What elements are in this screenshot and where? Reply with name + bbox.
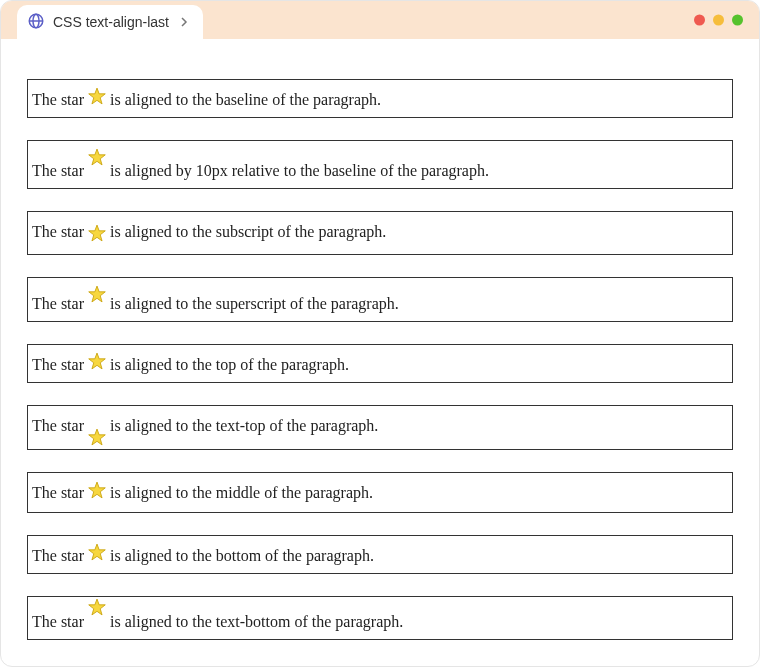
star-icon bbox=[88, 86, 106, 113]
example-text-prefix: The star bbox=[32, 613, 88, 630]
example-paragraph: The star is aligned to the text-bottom o… bbox=[27, 596, 733, 640]
svg-marker-7 bbox=[89, 353, 106, 369]
example-paragraph: The star is aligned to the bottom of the… bbox=[27, 535, 733, 574]
svg-marker-4 bbox=[89, 149, 106, 165]
example-text-suffix: is aligned to the baseline of the paragr… bbox=[106, 91, 381, 108]
example-paragraph: The star is aligned to the top of the pa… bbox=[27, 344, 733, 383]
svg-marker-9 bbox=[89, 482, 106, 498]
example-paragraph: The star is aligned to the middle of the… bbox=[27, 472, 733, 513]
example-text-suffix: is aligned to the top of the paragraph. bbox=[106, 356, 349, 373]
example-text-prefix: The star bbox=[32, 547, 88, 564]
example-text-suffix: is aligned to the superscript of the par… bbox=[106, 295, 399, 312]
svg-marker-3 bbox=[89, 88, 106, 104]
example-text-prefix: The star bbox=[32, 223, 88, 240]
globe-icon bbox=[27, 12, 45, 33]
star-icon bbox=[88, 542, 106, 569]
star-icon bbox=[88, 480, 106, 507]
star-icon bbox=[88, 597, 106, 624]
example-text-suffix: is aligned to the bottom of the paragrap… bbox=[106, 547, 374, 564]
close-icon[interactable] bbox=[694, 15, 705, 26]
star-icon bbox=[88, 284, 106, 311]
tab-title: CSS text-align-last bbox=[53, 14, 169, 30]
example-text-prefix: The star bbox=[32, 417, 88, 434]
example-text-suffix: is aligned to the text-top of the paragr… bbox=[106, 417, 378, 434]
example-text-suffix: is aligned to the middle of the paragrap… bbox=[106, 484, 373, 501]
browser-tab[interactable]: CSS text-align-last bbox=[17, 5, 203, 39]
window-controls bbox=[694, 15, 743, 26]
example-text-suffix: is aligned to the text-bottom of the par… bbox=[106, 613, 403, 630]
example-paragraph: The star is aligned to the baseline of t… bbox=[27, 79, 733, 118]
example-paragraph: The star is aligned to the text-top of t… bbox=[27, 405, 733, 449]
example-paragraph: The star is aligned to the superscript o… bbox=[27, 277, 733, 323]
example-text-suffix: is aligned to the subscript of the parag… bbox=[106, 223, 386, 240]
svg-marker-5 bbox=[89, 225, 106, 241]
svg-marker-6 bbox=[89, 286, 106, 302]
example-text-prefix: The star bbox=[32, 356, 88, 373]
example-text-prefix: The star bbox=[32, 162, 88, 179]
star-icon bbox=[88, 351, 106, 378]
page-content: The star is aligned to the baseline of t… bbox=[1, 39, 759, 667]
window-titlebar: CSS text-align-last bbox=[1, 1, 759, 39]
star-icon bbox=[88, 427, 106, 454]
star-icon bbox=[88, 223, 106, 250]
example-paragraph: The star is aligned by 10px relative to … bbox=[27, 140, 733, 189]
example-paragraph: The star is aligned to the subscript of … bbox=[27, 211, 733, 254]
svg-marker-11 bbox=[89, 599, 106, 615]
maximize-icon[interactable] bbox=[732, 15, 743, 26]
star-icon bbox=[88, 147, 106, 174]
example-text-prefix: The star bbox=[32, 91, 88, 108]
chevron-right-icon bbox=[177, 14, 189, 30]
example-text-suffix: is aligned by 10px relative to the basel… bbox=[106, 162, 489, 179]
example-text-prefix: The star bbox=[32, 484, 88, 501]
svg-marker-10 bbox=[89, 544, 106, 560]
svg-marker-8 bbox=[89, 430, 106, 446]
example-text-prefix: The star bbox=[32, 295, 88, 312]
minimize-icon[interactable] bbox=[713, 15, 724, 26]
